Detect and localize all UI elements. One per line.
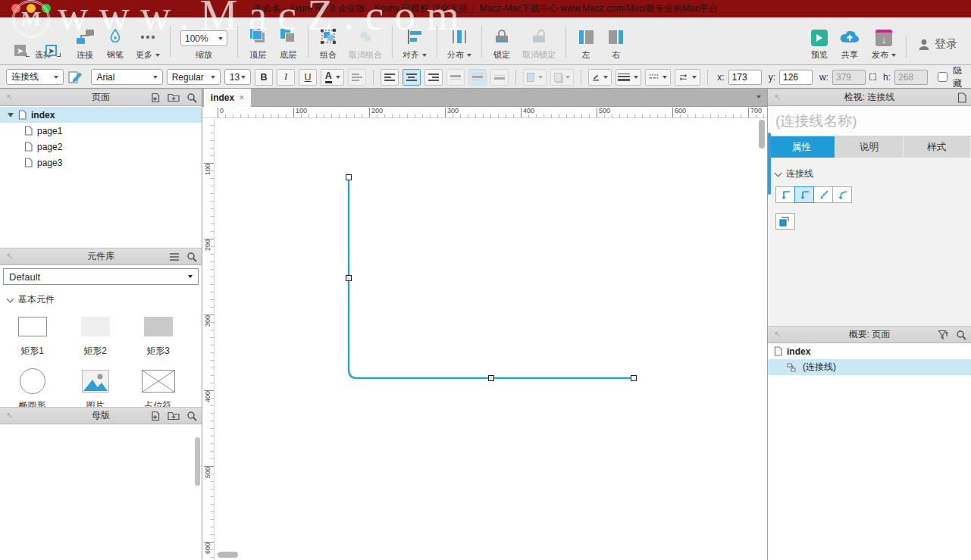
add-page-icon[interactable] (150, 411, 161, 421)
connector-tool-button[interactable]: 连接 (70, 27, 100, 62)
canvas-hscrollbar-thumb[interactable] (218, 552, 238, 558)
connector-midpoint-handle[interactable] (346, 276, 352, 281)
outline-item-label: index (787, 346, 810, 357)
login-button[interactable]: 登录 (911, 37, 963, 62)
page-item-index[interactable]: index (0, 107, 202, 123)
canvas-vscrollbar-thumb[interactable] (759, 120, 765, 149)
filter-icon[interactable] (938, 330, 949, 340)
widgets-scrollbar-thumb[interactable] (195, 437, 200, 486)
tab-list-dropdown-icon[interactable] (756, 95, 761, 99)
share-button[interactable]: 共享 (833, 27, 866, 62)
ruler-label: 500 (599, 107, 610, 114)
search-icon[interactable] (956, 330, 966, 340)
publish-button[interactable]: ↓ 发布 (866, 28, 901, 62)
send-to-back-button[interactable]: 底层 (273, 27, 303, 62)
widget-ellipse[interactable]: 椭圆形 (1, 368, 64, 412)
straight-connector-icon (816, 189, 830, 200)
widget-rectangle2[interactable]: 矩形2 (64, 314, 127, 358)
line-weight-button[interactable] (615, 69, 641, 86)
group-button[interactable]: 组合 (313, 27, 343, 62)
connector-type-rounded-button[interactable] (794, 186, 814, 203)
widget-style-dropdown[interactable]: 连接线 (6, 69, 64, 85)
connector-type-curved-button[interactable] (832, 186, 852, 203)
tab-style[interactable]: 样式 (904, 136, 971, 158)
distribute-button[interactable]: 分布 (442, 27, 477, 62)
disclosure-triangle-icon[interactable] (8, 113, 14, 117)
valign-bottom-icon (494, 75, 505, 80)
tab-close-icon[interactable]: × (239, 92, 244, 103)
widgets-section-header[interactable]: 基本元件 (0, 285, 202, 306)
zoom-dropdown[interactable]: 100% (180, 30, 227, 46)
search-icon[interactable] (186, 252, 197, 262)
ruler-corner (202, 107, 215, 118)
inspector-scrollbar-thumb[interactable] (768, 133, 771, 195)
tab-notes[interactable]: 说明 (835, 136, 903, 158)
tab-properties[interactable]: 属性 (768, 136, 835, 158)
connector-type-straight-button[interactable] (813, 186, 833, 203)
edit-style-icon[interactable] (67, 70, 83, 84)
align-text-left-button[interactable] (381, 69, 399, 86)
font-color-button[interactable]: A (321, 69, 344, 86)
outline-item-index[interactable]: index (768, 343, 971, 359)
font-weight-dropdown[interactable]: Regular (167, 69, 221, 85)
arrow-style-button[interactable] (675, 69, 700, 86)
connector-line[interactable] (349, 180, 634, 378)
unlock-icon (529, 28, 549, 46)
tab-index[interactable]: index × (204, 89, 251, 107)
titlebar: 未命名 - Axure RP 8 企业版：Koshy 已授权 汉化支持： Mac… (0, 0, 971, 17)
add-page-icon[interactable] (150, 92, 161, 103)
minimize-window-button[interactable] (27, 4, 36, 13)
x-input[interactable] (728, 70, 762, 85)
add-folder-icon[interactable] (168, 411, 180, 421)
widget-placeholder[interactable]: 占位符 (127, 368, 190, 412)
connector-drawing (202, 89, 767, 560)
font-size-dropdown[interactable]: 13 (224, 69, 251, 85)
page-file-icon (774, 346, 782, 356)
connector-reroute-button[interactable] (775, 213, 795, 230)
page-item-page3[interactable]: page3 (0, 155, 202, 171)
line-style-button[interactable] (645, 69, 671, 86)
widget-rectangle3[interactable]: 矩形3 (127, 314, 190, 358)
notes-page-icon[interactable] (957, 92, 966, 103)
page-item-page1[interactable]: page1 (0, 123, 202, 139)
font-family-dropdown[interactable]: Arial (91, 69, 162, 85)
align-left-edge-button[interactable]: 左 (571, 27, 601, 62)
more-tools-button[interactable]: 更多 (130, 27, 165, 62)
close-window-button[interactable] (11, 4, 20, 13)
widget-image[interactable]: 图片 (64, 368, 127, 412)
ungroup-icon (356, 28, 375, 46)
preview-button[interactable]: 预览 (806, 28, 833, 62)
zoom-window-button[interactable] (42, 4, 51, 13)
w-input (832, 70, 866, 85)
connector-endpoint-handle[interactable] (346, 175, 352, 180)
search-icon[interactable] (186, 411, 197, 421)
align-right-edge-button[interactable]: 右 (601, 27, 631, 62)
y-input[interactable] (779, 70, 813, 85)
bold-button[interactable]: B (255, 69, 273, 86)
stroke-color-button[interactable] (588, 69, 612, 86)
add-folder-icon[interactable] (168, 92, 180, 102)
pen-tool-button[interactable]: 钢笔 (100, 27, 130, 62)
italic-button[interactable]: I (277, 69, 295, 86)
connector-endpoint-handle[interactable] (631, 376, 637, 381)
link-wh-icon[interactable] (869, 74, 876, 80)
menu-icon[interactable] (169, 252, 180, 261)
underline-button[interactable]: U (299, 69, 317, 86)
connector-name-input[interactable] (768, 107, 971, 136)
library-dropdown[interactable]: Default (3, 268, 199, 285)
align-button[interactable]: 对齐 (397, 27, 432, 62)
widget-rectangle1[interactable]: 矩形1 (1, 314, 64, 358)
page-item-page2[interactable]: page2 (0, 139, 202, 155)
hide-label: 隐藏 (953, 64, 965, 90)
page-file-icon (24, 126, 33, 136)
hide-checkbox[interactable] (938, 72, 948, 82)
outline-item-connector[interactable]: (连接线) (768, 359, 971, 375)
connector-type-right-angle-button[interactable] (775, 186, 795, 203)
search-icon[interactable] (186, 92, 197, 103)
lock-button[interactable]: 锁定 (487, 27, 517, 62)
connector-section-header[interactable]: 连接线 (768, 158, 971, 180)
connector-midpoint-handle[interactable] (489, 376, 494, 381)
bring-to-front-button[interactable]: 顶层 (243, 27, 273, 62)
align-text-right-button[interactable] (424, 69, 443, 86)
align-text-center-button[interactable] (402, 69, 421, 86)
